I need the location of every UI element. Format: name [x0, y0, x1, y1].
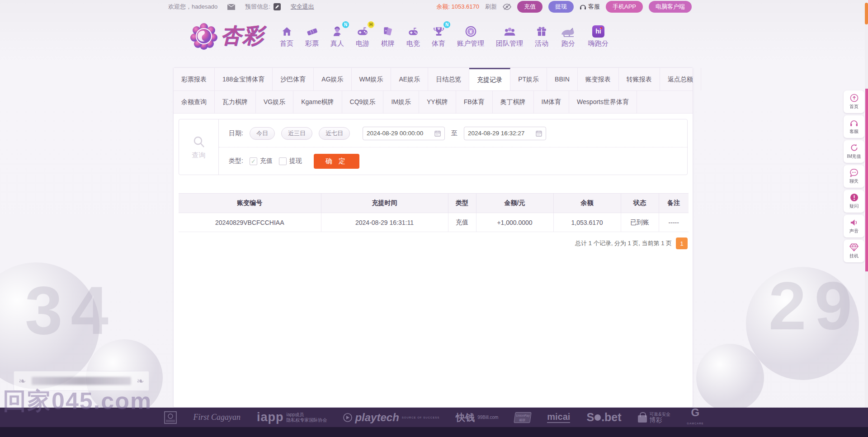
footer-unionpay-logo: UnionPay银联	[514, 412, 531, 423]
range-3days-button[interactable]: 近三日	[281, 127, 312, 140]
tab-cq9[interactable]: CQ9娱乐	[342, 91, 384, 113]
range-7days-button[interactable]: 近七日	[319, 127, 350, 140]
gift-icon	[536, 24, 547, 38]
message-icon[interactable]	[227, 4, 235, 10]
table-row: 20240829VBCFCCHIAA 2024-08-29 16:31:11 充…	[179, 213, 689, 232]
query-zone: 查询	[179, 119, 219, 175]
table-header-row: 账变编号 充提时间 类型 金额/元 余额 状态 备注	[179, 194, 689, 213]
tab-account-change-report[interactable]: 账变报表	[578, 68, 619, 90]
side-chat-button[interactable]: 聊天	[844, 165, 864, 188]
query-label: 查询	[192, 151, 206, 160]
recharge-checkbox[interactable]	[250, 157, 257, 165]
mobile-app-button[interactable]: 手机APP	[606, 1, 643, 13]
tab-kgame[interactable]: Kgame棋牌	[293, 91, 342, 113]
balance-label: 余额:	[436, 3, 450, 10]
calendar-icon	[434, 130, 441, 137]
logout-link[interactable]: 安全退出	[291, 3, 314, 11]
side-question-button[interactable]: 疑问	[844, 190, 864, 213]
col-balance: 余额	[553, 194, 621, 213]
side-home-button[interactable]: 首页	[844, 90, 864, 113]
edit-icon[interactable]	[274, 3, 281, 10]
tab-rebate-total[interactable]: 返点总额	[660, 68, 701, 90]
tab-wesports[interactable]: Wesports世界体育	[569, 91, 637, 113]
main-panel: 彩票报表 188金宝博体育 沙巴体育 AG娱乐 WM娱乐 AE娱乐 日结总览 充…	[173, 67, 693, 408]
page-1-button[interactable]: 1	[676, 238, 688, 249]
nav-item-team[interactable]: 团队管理	[490, 24, 529, 48]
footer-sbet-logo: S.bet	[586, 411, 621, 424]
tab-wali[interactable]: 瓦力棋牌	[215, 91, 256, 113]
tab-lottery-report[interactable]: 彩票报表	[174, 68, 215, 90]
tab-wm[interactable]: WM娱乐	[352, 68, 392, 90]
range-today-button[interactable]: 今日	[250, 127, 275, 140]
nav-item-promotions[interactable]: 活动	[529, 24, 554, 48]
nav-item-live[interactable]: N 真人	[325, 24, 350, 48]
recharge-checkbox-label: 充值	[260, 157, 273, 165]
tab-aoding[interactable]: 奥丁棋牌	[493, 91, 534, 113]
footer-playtech-logo: playtech SOURCE OF SUCCESS	[343, 411, 439, 424]
nav-item-hi-paofen[interactable]: hi 嗨跑分	[582, 24, 614, 48]
tab-shaba-sports[interactable]: 沙巴体育	[273, 68, 314, 90]
playtech-icon	[343, 413, 352, 422]
side-sound-button[interactable]: 声音	[844, 215, 864, 238]
tab-balance-query[interactable]: 余额查询	[174, 91, 215, 113]
footer-gamcare-logo: GGAMCARE	[687, 408, 703, 426]
question-icon	[850, 193, 859, 202]
type-filter-row: 类型: 充值 提现 确 定	[219, 147, 687, 175]
withdraw-button[interactable]: 提现	[548, 1, 574, 13]
team-icon	[503, 24, 516, 38]
cell-balance: 1,053.6170	[553, 213, 621, 232]
pc-client-button[interactable]: 电脑客户端	[649, 1, 692, 13]
leaf-ornament-icon: ❧	[137, 375, 144, 386]
tab-im-sports[interactable]: IM体育	[534, 91, 570, 113]
date-to-input[interactable]: 2024-08-29 16:32:27	[464, 127, 546, 140]
top-bar: 欢迎您，hadesado 预留信息: 安全退出 余额: 1053.6170 刷新…	[0, 0, 868, 14]
pagination: 总计 1 个记录, 分为 1 页, 当前第 1 页 1	[179, 238, 688, 249]
nav-item-lottery[interactable]: 彩票	[299, 24, 325, 48]
brand-name: 杏彩	[221, 22, 264, 50]
tab-ag[interactable]: AG娱乐	[314, 68, 351, 90]
tab-fb-sports[interactable]: FB体育	[456, 91, 493, 113]
nav-item-paofen[interactable]: 跑分	[554, 24, 582, 48]
tab-row-2: 余额查询 瓦力棋牌 VG娱乐 Kgame棋牌 CQ9娱乐 IM娱乐 YY棋牌 F…	[174, 91, 693, 114]
confirm-button[interactable]: 确 定	[314, 154, 359, 169]
main-nav: 首页 彩票 N 真人 H 电游 棋牌 电竞	[274, 24, 614, 48]
recharge-button[interactable]: 充值	[517, 1, 542, 13]
withdraw-checkbox-label: 提现	[289, 157, 302, 165]
rhino-icon	[560, 24, 576, 38]
status-badge: 已到账	[621, 213, 659, 232]
ball-icon	[594, 414, 601, 421]
site-watermark: 回家045.com	[3, 385, 152, 417]
tab-pt[interactable]: PT娱乐	[510, 68, 547, 90]
live-person-icon	[331, 24, 344, 38]
nav-item-esports[interactable]: 电竞	[401, 24, 426, 48]
eye-off-icon[interactable]	[503, 4, 511, 10]
tab-transfer-report[interactable]: 转账报表	[619, 68, 660, 90]
tab-daily-summary[interactable]: 日结总览	[428, 68, 469, 90]
date-from-input[interactable]: 2024-08-29 00:00:00	[363, 127, 445, 140]
tab-ae[interactable]: AE娱乐	[391, 68, 428, 90]
tab-vg[interactable]: VG娱乐	[256, 91, 293, 113]
tab-bbin[interactable]: BBIN	[547, 68, 578, 90]
withdraw-checkbox[interactable]	[279, 157, 287, 165]
calendar-icon	[536, 130, 542, 137]
nav-item-sports[interactable]: N Ψ 体育	[426, 24, 451, 48]
nav-item-home[interactable]: 首页	[274, 24, 299, 48]
tab-188-sports[interactable]: 188金宝博体育	[215, 68, 273, 90]
nav-item-egames[interactable]: H 电游	[350, 24, 375, 48]
nav-item-account[interactable]: ¥ 账户管理	[451, 24, 490, 48]
footer-safe-gaming-logo: 可靠&安全博彩	[638, 412, 671, 423]
tab-deposit-withdraw-records[interactable]: 充提记录	[469, 68, 510, 90]
refresh-balance-link[interactable]: 刷新	[485, 3, 497, 11]
scrollbar-thumb[interactable]	[865, 3, 868, 24]
col-record-id: 账变编号	[179, 194, 321, 213]
tab-im-casino[interactable]: IM娱乐	[383, 91, 419, 113]
side-service-button[interactable]: 客服	[844, 115, 864, 138]
customer-service-link[interactable]: 客服	[580, 3, 600, 11]
date-label: 日期:	[229, 129, 243, 138]
side-afk-button[interactable]: 挂机	[844, 240, 864, 262]
tab-yy[interactable]: YY棋牌	[419, 91, 456, 113]
gem-icon	[849, 243, 859, 252]
nav-item-board-games[interactable]: 棋牌	[375, 24, 401, 48]
side-im-recharge-button[interactable]: IM充值	[844, 140, 864, 163]
brand-logo[interactable]: 杏彩	[190, 22, 264, 50]
